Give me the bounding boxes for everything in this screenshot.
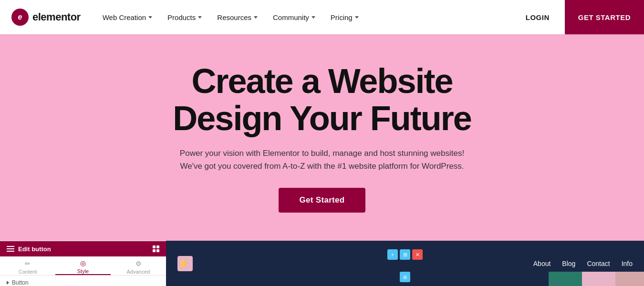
nav-item-resources[interactable]: Resources (210, 10, 264, 25)
chevron-down-icon (198, 16, 202, 19)
chevron-down-icon (312, 16, 315, 19)
hero-section: Create a Website Design Your Future Powe… (0, 34, 644, 286)
element-duplicate-button[interactable]: ⊞ (400, 249, 410, 260)
color-block-pink (582, 272, 615, 286)
nav-item-products[interactable]: Products (161, 10, 208, 25)
get-started-button[interactable]: GET STARTED (565, 0, 644, 34)
hero-subtitle: Power your vision with Elementor to buil… (180, 147, 464, 173)
element-handle[interactable]: ⊞ (400, 272, 410, 282)
hamburger-icon[interactable] (7, 246, 14, 252)
color-block-light (615, 272, 644, 286)
site-nav-about: About (533, 260, 551, 267)
chevron-down-icon (148, 16, 152, 19)
site-preview: ⚡ About Blog Contact Info + ⊞ ✕ ⊞ (166, 241, 644, 286)
nav-item-community[interactable]: Community (266, 10, 322, 25)
logo-icon: e (11, 9, 29, 26)
elementor-tool-icon: ⚡ (177, 258, 189, 269)
nav-item-web-creation[interactable]: Web Creation (96, 10, 159, 25)
logo-text: elementor (32, 11, 81, 23)
site-nav-blog: Blog (562, 260, 575, 267)
chevron-down-icon (254, 16, 258, 19)
nav-items: Web Creation Products Resources Communit… (96, 10, 518, 25)
nav-item-pricing[interactable]: Pricing (324, 10, 365, 25)
editor-panel-header-left: Edit button (7, 245, 51, 253)
editor-section-label: Button (7, 279, 159, 286)
edit-controls: + ⊞ ✕ (387, 249, 423, 260)
color-block-navy (520, 272, 549, 286)
element-close-button[interactable]: ✕ (412, 249, 423, 260)
tab-content[interactable]: ✏ Content (0, 256, 55, 275)
style-tab-icon: ◎ (80, 259, 86, 267)
site-nav-links: About Blog Contact Info (533, 260, 633, 267)
tab-style[interactable]: ◎ Style (55, 256, 111, 275)
editor-panel-body: Button (0, 276, 166, 286)
site-nav-contact: Contact (587, 260, 610, 267)
color-strip (520, 272, 644, 286)
login-button[interactable]: LOGIN (518, 10, 557, 25)
chevron-right-icon (7, 281, 9, 285)
content-tab-icon: ✏ (25, 260, 31, 267)
logo[interactable]: e elementor (11, 9, 81, 26)
chevron-down-icon (355, 16, 359, 19)
tab-advanced[interactable]: ⚙ Advanced (111, 256, 166, 275)
editor-panel-header: Edit button (0, 241, 166, 256)
preview-bar: Edit button ✏ Content ◎ Style ⚙ Advanced (0, 241, 644, 286)
edit-button-label: Edit button (18, 245, 51, 253)
hero-cta-button[interactable]: Get Started (279, 188, 366, 213)
nav-right: LOGIN GET STARTED (518, 0, 633, 34)
editor-panel-tabs: ✏ Content ◎ Style ⚙ Advanced (0, 256, 166, 276)
site-nav-info: Info (622, 260, 633, 267)
navbar: e elementor Web Creation Products Resour… (0, 0, 644, 34)
element-settings-button[interactable]: + (387, 249, 398, 260)
advanced-tab-icon: ⚙ (135, 260, 142, 267)
hero-title: Create a Website Design Your Future (173, 63, 471, 137)
grid-icon[interactable] (153, 245, 159, 252)
editor-panel: Edit button ✏ Content ◎ Style ⚙ Advanced (0, 241, 166, 286)
color-block-teal (549, 272, 582, 286)
